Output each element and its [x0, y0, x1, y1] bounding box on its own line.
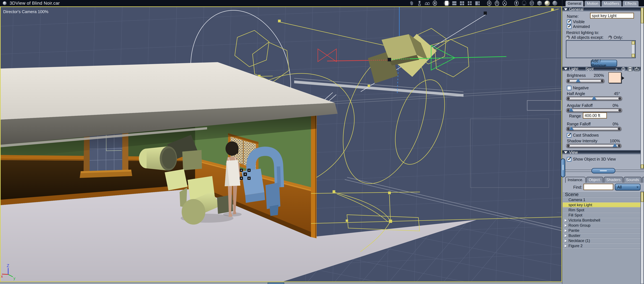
tab-modifiers[interactable]: Modifiers	[601, 0, 622, 6]
layout-single-icon[interactable]	[444, 0, 450, 6]
range-falloff-slider[interactable]	[566, 127, 621, 131]
expand-arrow-icon[interactable]	[564, 219, 567, 222]
wire-sphere-c-icon[interactable]	[502, 0, 508, 6]
tab-general[interactable]: General	[565, 0, 584, 6]
tab-effects[interactable]: Effects	[622, 0, 639, 6]
light-color-swatch[interactable]	[608, 72, 621, 83]
gizmo-center-handle[interactable]	[388, 58, 391, 61]
scene-item-necklace[interactable]: Necklace (1)	[563, 238, 640, 243]
scene-item-bustier[interactable]: Bustier	[563, 233, 640, 238]
scene-item-figure-2[interactable]: Figure 2	[563, 243, 640, 248]
tab-clips[interactable]: Clips	[642, 177, 644, 183]
window-icon[interactable]	[2, 1, 7, 5]
expand-arrow-icon[interactable]	[564, 224, 567, 227]
scene-tree: Scene Camera 1 spot key Light Rim Spot F…	[563, 191, 640, 284]
half-angle-slider-thumb[interactable]	[592, 96, 596, 100]
tab-sounds[interactable]: Sounds	[624, 177, 642, 183]
panel-vscrollbar[interactable]	[640, 7, 644, 169]
wire-cube-sphere-icon[interactable]	[529, 0, 535, 6]
light-type-value[interactable]: Spot	[585, 67, 594, 71]
tab-shaders[interactable]: Shaders	[604, 177, 623, 183]
ornate-sphere-tool-icon[interactable]	[432, 0, 438, 6]
scene-item-pantie[interactable]: Pantie	[563, 228, 640, 233]
layout-grid-a-icon[interactable]	[459, 0, 465, 6]
textured-sphere-icon[interactable]	[552, 0, 558, 6]
scene-item-camera-1[interactable]: Camera 1	[563, 197, 640, 202]
angular-falloff-slider[interactable]	[566, 108, 622, 112]
load-icon[interactable]	[634, 67, 640, 71]
dotted-sphere-icon[interactable]	[521, 0, 527, 6]
viewport-3d[interactable]: Director's Camera 100% Z x y	[0, 6, 562, 282]
lit-sphere-icon[interactable]	[544, 0, 550, 6]
animated-checkbox[interactable]	[567, 24, 571, 29]
plumb-tool-icon[interactable]	[416, 0, 422, 6]
brightness-value: 200%	[586, 73, 604, 78]
light-section-header[interactable]: Light: Spot »	[562, 67, 640, 71]
tab-motion[interactable]: Motion	[584, 0, 601, 6]
hscroll-thumb[interactable]	[268, 283, 284, 284]
find-input[interactable]	[584, 184, 613, 190]
layout-two-rows-icon[interactable]	[451, 0, 458, 6]
wire-sphere-b-icon[interactable]	[494, 0, 500, 6]
scene-vscrollbar[interactable]	[640, 191, 644, 284]
panel-collapse-handle[interactable]	[561, 158, 565, 177]
pan-hands-tool-icon[interactable]	[424, 0, 430, 6]
scene-item-spot-key-light[interactable]: spot key Light	[563, 202, 640, 207]
view-section-header[interactable]: View	[562, 150, 640, 154]
layout-grid-b-icon[interactable]	[467, 0, 473, 6]
angular-falloff-slider-thumb[interactable]	[569, 108, 573, 112]
tab-object[interactable]: Object.	[586, 177, 603, 183]
scene-root[interactable]: Scene	[563, 191, 640, 197]
filter-dropdown[interactable]: All »	[615, 184, 640, 190]
animated-label: Animated	[573, 24, 590, 29]
restrict-listbox[interactable]	[566, 40, 636, 58]
radio-all-objects[interactable]	[566, 36, 570, 39]
expand-arrow-icon[interactable]	[564, 229, 567, 232]
visible-label: Visible	[573, 19, 585, 24]
listbox-scrollbar[interactable]	[632, 41, 635, 57]
scene-vscroll-thumb[interactable]	[641, 192, 644, 202]
splitter-handle[interactable]	[591, 168, 615, 173]
radio-only[interactable]	[608, 36, 612, 39]
save-icon[interactable]	[627, 67, 633, 71]
expand-arrow-icon[interactable]	[564, 234, 567, 237]
dropdown-chevron-icon: »	[636, 186, 640, 188]
listbox-scroll-down[interactable]	[632, 54, 635, 57]
brightness-slider-thumb[interactable]	[576, 78, 580, 82]
shadow-intensity-slider-thumb[interactable]	[613, 143, 617, 147]
show-object-checkbox[interactable]	[567, 157, 571, 161]
scene-item-rim-spot[interactable]: Rim Spot	[563, 207, 640, 212]
scene-item-fill-spot[interactable]: Fill Spot	[563, 212, 640, 218]
range-falloff-slider-thumb[interactable]	[569, 126, 574, 130]
paint-tool-icon[interactable]	[409, 0, 415, 6]
collapse-triangle-icon[interactable]	[564, 8, 568, 10]
tab-instance[interactable]: Instance.	[565, 177, 586, 183]
layout-main-left-icon[interactable]	[474, 0, 480, 6]
solid-cube-icon[interactable]	[536, 0, 542, 6]
collapse-triangle-icon[interactable]	[564, 68, 568, 70]
panel-vscroll-cap[interactable]	[641, 164, 644, 168]
scene-item-victoria-bombshell[interactable]: Victoria Bombshell	[563, 218, 640, 223]
sphere-target-icon[interactable]	[621, 67, 626, 71]
viewport-toolbar	[409, 0, 558, 6]
collapse-chevrons-icon[interactable]: »	[614, 67, 619, 71]
collapse-triangle-icon[interactable]	[564, 151, 568, 153]
brightness-slider[interactable]	[566, 79, 604, 83]
negative-checkbox[interactable]	[567, 86, 571, 90]
half-angle-slider[interactable]	[566, 97, 622, 100]
listbox-scroll-up[interactable]	[632, 41, 635, 45]
add-remove-button[interactable]: Add / Remove	[591, 60, 617, 67]
name-input[interactable]	[590, 13, 634, 18]
wire-sphere-a-icon[interactable]	[486, 0, 492, 6]
expand-arrow-icon[interactable]	[564, 239, 567, 242]
cast-shadows-checkbox[interactable]	[567, 133, 571, 138]
range-input[interactable]	[583, 113, 607, 119]
viewport-hscrollbar[interactable]	[0, 282, 562, 284]
expand-arrow-icon[interactable]	[564, 245, 567, 247]
panel-vscroll-thumb[interactable]	[641, 8, 644, 23]
scene-item-room-group[interactable]: Room Group	[563, 223, 640, 228]
arrow-sphere-icon[interactable]	[514, 0, 520, 6]
general-section-header[interactable]: General	[562, 7, 640, 11]
swatch-arrow-icon[interactable]	[622, 76, 624, 80]
shadow-intensity-slider[interactable]	[566, 144, 621, 147]
